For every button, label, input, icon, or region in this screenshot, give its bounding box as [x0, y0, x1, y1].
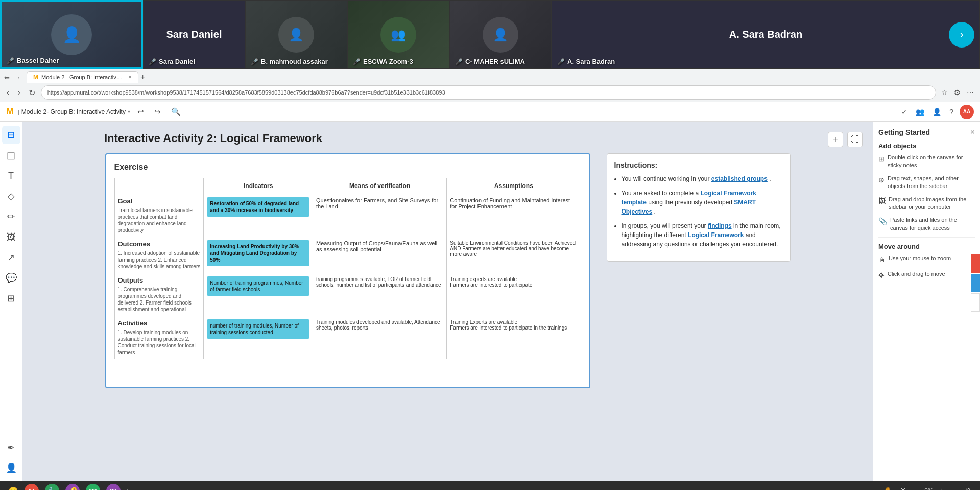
view-button[interactable]: 👁 [899, 486, 907, 490]
goal-indicator-sticky[interactable]: Restoration of 50% of degraded land and … [207, 197, 309, 217]
reload-button[interactable]: ↻ [26, 87, 38, 99]
fullscreen-toggle-button[interactable]: ⛶ [950, 486, 959, 490]
back-button[interactable]: ‹ [4, 87, 12, 98]
col-header-means: Means of verification [313, 178, 447, 194]
drag-move-icon: ✥ [878, 271, 885, 281]
visitors-button[interactable]: 👥 [914, 107, 926, 117]
activities-indicator-sticky[interactable]: number of training modules, Number of tr… [207, 319, 309, 339]
activities-indicator-cell: number of training modules, Number of tr… [204, 316, 313, 359]
user-avatar[interactable]: AA [960, 105, 974, 119]
sidebar-item-links: 📎 Paste links and files on the canvas fo… [878, 216, 975, 232]
mural-title-area: | Module 2- Group B: Interactive Activit… [18, 108, 130, 115]
toolbar-pen-button[interactable]: ✒ [2, 438, 20, 457]
forward-button[interactable]: › [15, 87, 22, 98]
canvas-controls: + ⛶ [828, 132, 863, 147]
video-tile-label-badran: 🎤 A. Sara Badran [557, 58, 615, 65]
video-tile-mahmoud[interactable]: 👤 🎤 B. mahmoud assakar [245, 0, 347, 69]
tab-label: Module 2 - Group B: Interactive ... [41, 74, 123, 80]
drag-shapes-icon: ⊕ [878, 175, 885, 191]
activities-sublabel: 1. Develop training modules on sustainab… [118, 329, 201, 356]
avatar-bk[interactable]: BK [106, 484, 121, 490]
toolbar-table-button[interactable]: ⊞ [2, 289, 20, 308]
next-participants-button[interactable]: › [949, 22, 974, 48]
bottom-toolbar: 😊 AA 🔧 🔑 MS BK › ✋ 👁 − 9% + ⛶ ⚙ [0, 481, 980, 490]
table-row-activities: Activities 1. Develop training modules o… [114, 316, 581, 359]
search-button[interactable]: 🔍 [168, 106, 184, 118]
toolbar-invite-button[interactable]: 👤 [2, 459, 20, 477]
sidebar-blue-panel[interactable] [971, 274, 980, 292]
video-tile-bassel[interactable]: 👤 🎤 Bassel Daher [0, 0, 143, 69]
sidebar-close-button[interactable]: × [970, 128, 975, 137]
video-tile-escwa[interactable]: 👥 🎤 ESCWA Zoom-3 [347, 0, 449, 69]
canvas-area[interactable]: Interactive Activity 2: Logical Framewor… [22, 122, 873, 481]
more-participants-button[interactable]: › [127, 486, 129, 490]
sidebar-title: Getting Started [878, 128, 930, 136]
avatar-ms[interactable]: MS [86, 484, 100, 490]
fullscreen-button[interactable]: ⛶ [847, 132, 863, 147]
share-button[interactable]: ✓ [899, 107, 910, 117]
goal-indicator-cell: Restoration of 50% of degraded land and … [204, 194, 313, 237]
outcomes-assumptions-cell: Suitable Environmental Conditions have b… [447, 237, 581, 273]
bookmark-button[interactable]: ☆ [939, 87, 950, 98]
toolbar-image-button[interactable]: 🖼 [2, 228, 20, 246]
video-tile-label-mahmoud: 🎤 B. mahmoud assakar [251, 58, 328, 65]
drag-shapes-text: Drag text, shapes, and other objects fro… [888, 175, 975, 191]
toolbar-comment-button[interactable]: 💬 [2, 269, 20, 287]
browser-address-bar: ‹ › ↻ ☆ ⚙ ⋯ [4, 85, 976, 100]
instruction-3-link2[interactable]: Logical Framework [688, 231, 744, 239]
instruction-item-3: In groups, you will present your finding… [622, 221, 783, 249]
new-tab-button[interactable]: + [140, 73, 145, 82]
toolbar-text-button[interactable]: T [2, 167, 20, 185]
avatar-aa[interactable]: AA [25, 484, 39, 490]
outputs-means-cell: training programmes available, TOR of fa… [313, 273, 447, 316]
zoom-in-button[interactable]: + [940, 486, 944, 490]
links-text: Paste links and files on the canvas for … [890, 216, 975, 232]
outcomes-sublabel: 1. Increased adoption of sustainable far… [118, 250, 201, 270]
browser-active-tab[interactable]: M Module 2 - Group B: Interactive ... × [27, 71, 138, 83]
zoom-icon: 🖱 [878, 255, 886, 265]
title-dropdown-arrow[interactable]: ▾ [128, 109, 130, 114]
sidebar-white-panel[interactable] [971, 293, 980, 312]
video-tile-maher[interactable]: 👤 🎤 C- MAHER sULIMA [449, 0, 552, 69]
instruction-1-link1[interactable]: established groups [711, 175, 768, 182]
sidebar-red-panel[interactable] [971, 254, 980, 273]
settings-button[interactable]: ⚙ [965, 486, 972, 491]
hand-tool-button[interactable]: ✋ [883, 486, 893, 491]
tab-close-button[interactable]: × [128, 74, 132, 81]
instruction-2-text1: You are asked to complete a [622, 190, 701, 197]
sidebar-item-drag-move: ✥ Click and drag to move [878, 270, 975, 281]
toolbar-sticky-button[interactable]: ◫ [2, 146, 20, 165]
avatar-tool[interactable]: 🔧 [45, 484, 59, 490]
goal-label: Goal [118, 197, 201, 205]
muted-icon-maher: 🎤 [455, 58, 463, 65]
extensions-button[interactable]: ⚙ [952, 87, 963, 98]
toolbar-shapes-button[interactable]: ◇ [2, 187, 20, 205]
emoji-button[interactable]: 😊 [8, 486, 18, 491]
toolbar-draw-button[interactable]: ✏ [2, 207, 20, 226]
goal-assumptions-cell: Continuation of Funding and Maintained I… [447, 194, 581, 237]
participant-name-maher: C- MAHER sULIMA [465, 58, 525, 65]
mural-workspace-title[interactable]: Module 2- Group B: Interactive Activity [21, 108, 126, 115]
right-sidebar: Getting Started × Add objects ⊞ Double-c… [873, 122, 980, 481]
toolbar-connect-button[interactable]: ↗ [2, 248, 20, 267]
video-tile-sara-badran[interactable]: A. Sara Badran 🎤 A. Sara Badran › [552, 0, 980, 69]
mural-header-right: ✓ 👥 👤 ? AA [899, 105, 974, 119]
browser-action-buttons: ☆ ⚙ ⋯ [939, 87, 976, 98]
outcomes-indicator-sticky[interactable]: Increasing Land Productivity by 30% and … [207, 240, 309, 266]
undo-button[interactable]: ↩ [134, 106, 147, 118]
profile-button[interactable]: 👤 [930, 107, 943, 117]
outputs-indicator-sticky[interactable]: Number of training programmes, Number of… [207, 276, 309, 296]
instruction-3-link1[interactable]: findings [708, 222, 732, 229]
goal-means-cell: Questionnaires for Farmers, and Site Sur… [313, 194, 447, 237]
toolbar-frames-button[interactable]: ⊟ [2, 126, 20, 144]
activities-assumptions-cell: Training Experts are available Farmers a… [447, 316, 581, 359]
menu-button[interactable]: ⋯ [965, 87, 976, 98]
avatar-key[interactable]: 🔑 [65, 484, 80, 490]
help-button[interactable]: ? [947, 107, 955, 117]
redo-button[interactable]: ↪ [151, 106, 164, 118]
instructions-panel: Instructions: You will continue working … [607, 153, 791, 262]
zoom-fit-button[interactable]: + [828, 132, 843, 147]
address-input[interactable] [41, 85, 936, 100]
zoom-out-button[interactable]: − [914, 486, 918, 490]
video-tile-sara-daniel[interactable]: Sara Daniel 🎤 Sara Daniel [143, 0, 245, 69]
